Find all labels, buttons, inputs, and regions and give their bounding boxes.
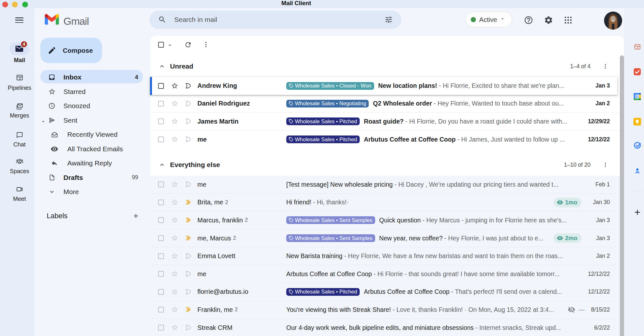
svg-text:31: 31 (635, 95, 639, 98)
